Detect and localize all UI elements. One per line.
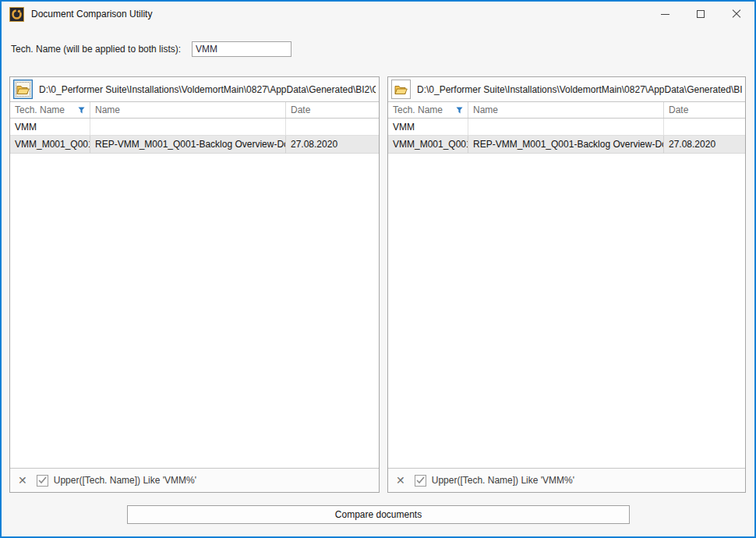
cell-tech-name[interactable]: VMM_M001_Q001: [388, 136, 468, 154]
maximize-icon: [697, 10, 705, 18]
title-bar: Document Comparison Utility: [2, 2, 754, 27]
panels-container: D:\0_Performer Suite\Installations\Volde…: [9, 76, 746, 493]
left-column-header-date[interactable]: Date: [286, 102, 379, 118]
left-column-header-tech-name[interactable]: Tech. Name: [10, 102, 90, 118]
right-filter-expression[interactable]: Upper([Tech. Name]) Like 'VMM%': [432, 475, 574, 486]
maximize-button[interactable]: [683, 2, 719, 27]
column-header-label: Name: [95, 104, 120, 115]
left-grid-header: Tech. Name Name Date: [10, 101, 379, 119]
left-browse-folder-button[interactable]: [13, 80, 33, 99]
right-filter-checkbox[interactable]: [415, 475, 426, 487]
tech-name-label: Tech. Name (will be applied to both list…: [11, 44, 181, 55]
left-filter-bar: ✕ Upper([Tech. Name]) Like 'VMM%': [10, 468, 379, 492]
right-folder-path: D:\0_Performer Suite\Installations\Volde…: [417, 84, 742, 95]
right-filter-cell-date[interactable]: [664, 119, 745, 136]
app-icon: [9, 7, 24, 22]
check-icon: [38, 476, 47, 484]
left-folder-path: D:\0_Performer Suite\Installations\Volde…: [39, 84, 376, 95]
right-column-header-tech-name[interactable]: Tech. Name: [388, 102, 468, 118]
clear-filter-icon[interactable]: ✕: [396, 475, 405, 486]
right-column-header-name[interactable]: Name: [468, 102, 664, 118]
left-grid: Tech. Name Name Date VMM: [10, 101, 379, 492]
cell-tech-name[interactable]: VMM_M001_Q001: [10, 136, 90, 154]
cell-name[interactable]: REP-VMM_M001_Q001-Backlog Overview-Doc_E…: [90, 136, 286, 154]
cell-name[interactable]: REP-VMM_M001_Q001-Backlog Overview-Doc_E…: [468, 136, 664, 154]
clear-filter-icon[interactable]: ✕: [18, 475, 27, 486]
table-row[interactable]: VMM_M001_Q001 REP-VMM_M001_Q001-Backlog …: [10, 136, 379, 154]
right-filter-bar: ✕ Upper([Tech. Name]) Like 'VMM%': [388, 468, 745, 492]
column-header-label: Name: [473, 104, 498, 115]
close-button[interactable]: [719, 2, 754, 27]
column-header-label: Tech. Name: [393, 104, 443, 115]
column-header-label: Tech. Name: [15, 104, 65, 115]
left-filter-checkbox[interactable]: [37, 475, 48, 487]
tech-name-form: Tech. Name (will be applied to both list…: [11, 36, 291, 62]
close-icon: [732, 9, 741, 19]
left-grid-empty-area: [10, 154, 379, 468]
right-column-header-date[interactable]: Date: [664, 102, 745, 118]
left-filter-expression[interactable]: Upper([Tech. Name]) Like 'VMM%': [54, 475, 196, 486]
left-column-header-name[interactable]: Name: [90, 102, 286, 118]
left-filter-cell-date[interactable]: [286, 119, 379, 136]
right-panel-toolbar: D:\0_Performer Suite\Installations\Volde…: [388, 77, 745, 101]
right-grid: Tech. Name Name Date VMM: [388, 101, 745, 492]
left-filter-row: VMM: [10, 119, 379, 136]
window-title: Document Comparison Utility: [31, 9, 152, 19]
column-header-label: Date: [291, 104, 310, 115]
filter-funnel-icon[interactable]: [75, 107, 85, 114]
cell-date[interactable]: 27.08.2020: [286, 136, 379, 154]
right-grid-header: Tech. Name Name Date: [388, 101, 745, 119]
app-window: Document Comparison Utility Tech. Name (…: [0, 0, 756, 538]
compare-documents-button[interactable]: Compare documents: [127, 505, 630, 524]
left-filter-cell-tech-name[interactable]: VMM: [10, 119, 90, 136]
table-row[interactable]: VMM_M001_Q001 REP-VMM_M001_Q001-Backlog …: [388, 136, 745, 154]
open-folder-icon: [394, 84, 408, 95]
check-icon: [416, 476, 425, 484]
minimize-button[interactable]: [647, 2, 683, 27]
window-controls: [647, 2, 754, 27]
right-filter-row: VMM: [388, 119, 745, 136]
left-document-panel: D:\0_Performer Suite\Installations\Volde…: [9, 76, 380, 493]
right-grid-empty-area: [388, 154, 745, 468]
tech-name-input[interactable]: [192, 41, 291, 57]
column-header-label: Date: [669, 104, 688, 115]
left-filter-cell-name[interactable]: [90, 119, 286, 136]
right-document-panel: D:\0_Performer Suite\Installations\Volde…: [387, 76, 746, 493]
minimize-icon: [661, 14, 669, 15]
left-panel-toolbar: D:\0_Performer Suite\Installations\Volde…: [10, 77, 379, 101]
right-filter-cell-name[interactable]: [468, 119, 664, 136]
open-folder-icon: [16, 84, 30, 95]
cell-date[interactable]: 27.08.2020: [664, 136, 745, 154]
right-filter-cell-tech-name[interactable]: VMM: [388, 119, 468, 136]
right-browse-folder-button[interactable]: [391, 80, 411, 99]
filter-funnel-icon[interactable]: [453, 107, 463, 114]
